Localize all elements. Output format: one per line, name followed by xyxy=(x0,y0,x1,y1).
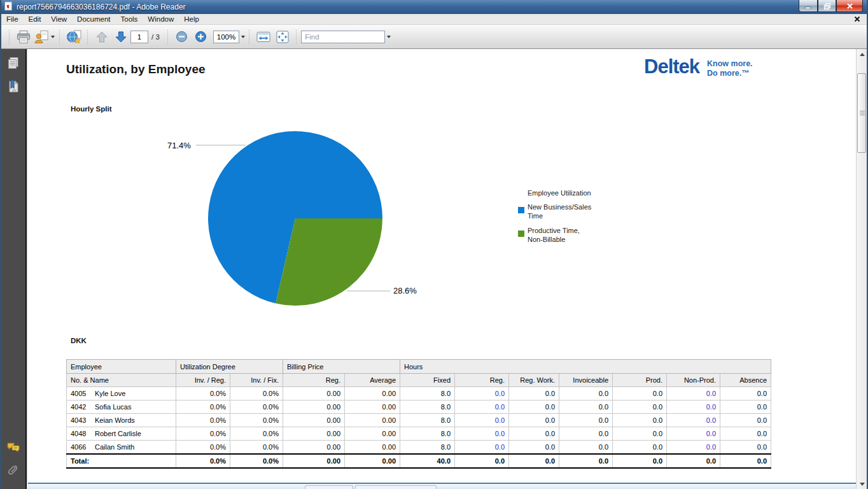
fit-page-icon xyxy=(275,30,290,44)
toolbar-grip[interactable] xyxy=(295,29,298,45)
legend-label: Productive Time, Non-Billable xyxy=(528,226,580,244)
value-link-cell[interactable]: 0.0 xyxy=(667,441,720,455)
menu-tools[interactable]: Tools xyxy=(116,15,143,24)
value-cell: 0.00 xyxy=(345,414,400,427)
scroll-up-button[interactable] xyxy=(857,49,867,59)
value-cell: 8.0 xyxy=(400,427,455,441)
employee-cell: 4066Cailan Smith xyxy=(67,441,176,455)
value-cell: 0.00 xyxy=(283,427,345,441)
value-cell: 0.0 xyxy=(613,427,667,441)
toolbar-grip[interactable] xyxy=(59,29,61,45)
value-cell: 0.00 xyxy=(283,441,345,455)
menu-document[interactable]: Document xyxy=(72,15,115,24)
close-button[interactable] xyxy=(836,0,863,12)
column-header: Reg. xyxy=(455,374,509,387)
zoom-dropdown-caret[interactable] xyxy=(241,36,245,38)
value-link-cell[interactable]: 0.0 xyxy=(455,414,509,427)
collaborate-dropdown-caret xyxy=(51,36,55,38)
value-cell: 0.0 xyxy=(509,427,559,441)
table-row: 4005Kyle Love0.0%0.0%0.000.008.00.00.00.… xyxy=(67,387,771,400)
bookmarks-panel-button[interactable] xyxy=(5,78,22,95)
minimize-button[interactable] xyxy=(799,0,818,12)
value-link-cell[interactable]: 0.0 xyxy=(455,427,509,441)
fit-width-button[interactable] xyxy=(255,28,272,46)
deltek-logo: Deltek Know more. Do more.™ xyxy=(644,55,753,78)
value-link-cell[interactable]: 0.0 xyxy=(455,400,509,414)
attachments-panel-button[interactable] xyxy=(5,462,22,479)
next-page-button[interactable] xyxy=(112,28,130,46)
value-link-cell[interactable]: 0.0 xyxy=(667,400,720,414)
scrollbar-thumb[interactable] xyxy=(857,73,866,153)
navigation-panel-bottom xyxy=(1,433,25,484)
value-cell: 0.0% xyxy=(176,387,230,400)
total-value-cell: 0.0 xyxy=(667,454,720,468)
total-value-cell: 0.0% xyxy=(176,454,230,468)
find-dropdown-caret[interactable] xyxy=(387,36,391,38)
toolbar-grip[interactable] xyxy=(167,29,169,45)
vertical-scrollbar[interactable] xyxy=(856,49,867,489)
total-value-cell: 0.0% xyxy=(230,454,283,468)
zoom-level-value: 100% xyxy=(217,33,235,41)
zoom-out-button[interactable] xyxy=(173,28,191,46)
partial-ui-button[interactable] xyxy=(305,485,353,489)
employee-number: 4048 xyxy=(71,430,95,437)
menu-view[interactable]: View xyxy=(46,15,72,24)
menu-help[interactable]: Help xyxy=(179,15,204,24)
menu-edit[interactable]: Edit xyxy=(24,15,46,24)
column-header: Inv. / Fix. xyxy=(230,374,283,387)
employee-name: Kyle Love xyxy=(95,390,125,397)
employee-cell: 4042Sofia Lucas xyxy=(67,400,176,414)
print-button[interactable] xyxy=(15,28,32,46)
value-link-cell[interactable]: 0.0 xyxy=(455,441,509,455)
toolbar-grip[interactable] xyxy=(8,29,11,45)
value-link-cell[interactable]: 0.0 xyxy=(455,387,509,400)
employee-cell: 4048Robert Carlisle xyxy=(67,427,176,441)
pages-panel-button[interactable] xyxy=(5,55,22,72)
tagline-line1: Know more. xyxy=(707,59,753,69)
menu-window[interactable]: Window xyxy=(143,15,179,24)
collaborate-button[interactable] xyxy=(34,28,55,46)
value-cell: 0.0 xyxy=(720,387,771,400)
value-cell: 0.0 xyxy=(509,441,559,455)
zoom-level-dropdown[interactable]: 100% xyxy=(213,31,239,43)
close-document-button[interactable] xyxy=(854,16,860,24)
group-header: Utilization Degree xyxy=(176,360,283,374)
value-link-cell[interactable]: 0.0 xyxy=(667,387,720,400)
menu-file[interactable]: File xyxy=(1,15,24,24)
value-cell: 0.00 xyxy=(345,441,400,455)
comments-panel-button[interactable] xyxy=(5,439,22,456)
employee-name: Cailan Smith xyxy=(95,443,134,451)
legend-swatch-new-business-sales xyxy=(518,207,524,213)
value-link-cell[interactable]: 0.0 xyxy=(667,414,720,427)
page-number-input[interactable] xyxy=(130,31,148,43)
collaborate-live-button[interactable] xyxy=(65,28,83,46)
previous-page-button[interactable] xyxy=(93,28,111,46)
group-header: Hours xyxy=(400,360,771,374)
currency-label: DKK xyxy=(71,337,87,344)
value-cell: 8.0 xyxy=(400,441,455,455)
scroll-down-button[interactable] xyxy=(857,479,867,489)
fit-page-button[interactable] xyxy=(274,28,291,46)
pie-chart: 71.4% 28.6% xyxy=(160,124,433,318)
group-header: Billing Price xyxy=(283,360,400,374)
column-header: Reg. xyxy=(283,374,345,387)
legend-title: Employee Utilization xyxy=(528,189,591,197)
find-input[interactable] xyxy=(301,31,385,43)
employee-name: Keian Words xyxy=(95,416,135,424)
workspace: Utilization, by Employee Deltek Know mor… xyxy=(1,49,867,489)
legend-label-line: Productive Time, xyxy=(528,226,580,235)
value-cell: 0.0 xyxy=(720,400,771,414)
total-value-cell: 0.0 xyxy=(455,454,509,468)
zoom-in-button[interactable] xyxy=(192,28,210,46)
toolbar-grip[interactable] xyxy=(87,29,89,45)
navigation-panel xyxy=(1,49,27,489)
restore-button[interactable] xyxy=(818,0,836,12)
bottom-strip xyxy=(28,483,856,489)
scroll-down-icon xyxy=(860,483,865,486)
toolbar-grip[interactable] xyxy=(248,29,251,45)
value-link-cell[interactable]: 0.0 xyxy=(667,427,720,441)
partial-ui-button[interactable] xyxy=(355,485,437,489)
value-cell: 0.0% xyxy=(230,414,283,427)
value-cell: 0.0 xyxy=(509,414,559,427)
bookmarks-icon xyxy=(7,80,20,94)
